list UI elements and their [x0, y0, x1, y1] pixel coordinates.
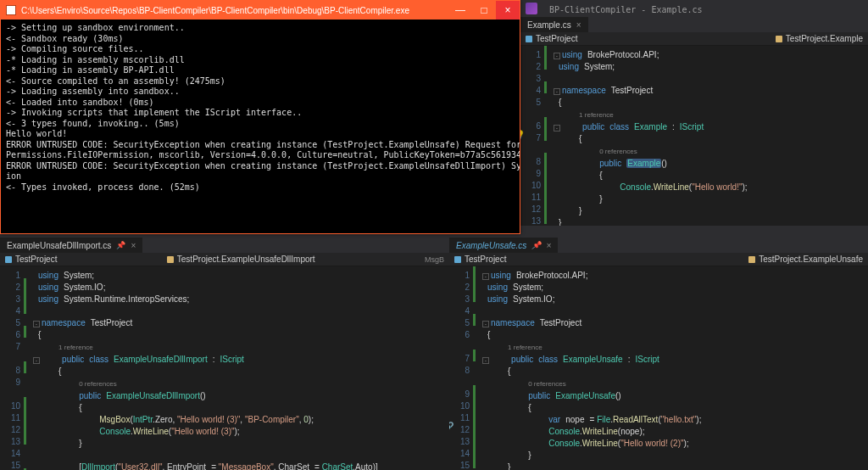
crumb-text: TestProject	[465, 255, 506, 264]
maximize-button[interactable]: □	[472, 1, 496, 20]
close-button[interactable]: ×	[496, 1, 520, 20]
vs-title-text: BP-ClientCompiler - Example.cs	[542, 1, 868, 16]
editor-panel-dllimport: ExampleUnsafeDllImport.cs 📌 × TestProjec…	[0, 238, 449, 470]
breadcrumb-row: TestProject TestProject.Example	[520, 32, 868, 46]
breadcrumb-right[interactable]: TestProject.Example	[776, 34, 863, 43]
class-icon	[776, 36, 782, 42]
console-window: C:\Users\Enviro\Source\Repos\BP-ClientCo…	[0, 0, 520, 234]
tab-row: Example.cs ×	[520, 17, 868, 32]
breadcrumb-right[interactable]: TestProject.ExampleUnsafe	[748, 255, 863, 264]
breadcrumb-right[interactable]: TestProject.ExampleUnsafeDllImport	[167, 255, 315, 264]
tab-row: ExampleUnsafeDllImport.cs 📌 ×	[0, 238, 449, 253]
code-area[interactable]: 1234567891011121314151617181920 using Sy…	[0, 266, 449, 470]
class-icon	[167, 256, 174, 263]
code-text[interactable]: -using BrokeProtocol.API; using System; …	[547, 46, 868, 226]
breadcrumb-left[interactable]: TestProject	[526, 34, 577, 43]
project-icon	[526, 36, 532, 42]
tab-close-icon[interactable]: ×	[546, 241, 551, 250]
crumb-text: TestProject.Example	[786, 34, 863, 43]
crumb-text: TestProject	[536, 34, 577, 43]
editor-panel-unsafe: ExampleUnsafe.cs 📌 × TestProject TestPro…	[449, 238, 868, 470]
code-area[interactable]: 1234567891011121314 -using BrokeProtocol…	[520, 46, 868, 226]
pin-icon[interactable]: 📌	[116, 241, 125, 249]
breadcrumb-left[interactable]: TestProject	[454, 255, 506, 264]
code-text[interactable]: -using BrokeProtocol.API; using System; …	[476, 266, 868, 470]
editor-panel-example: Example.cs × TestProject TestProject.Exa…	[520, 17, 868, 226]
breadcrumb-method[interactable]: MsgB	[425, 255, 444, 264]
code-area[interactable]: 1234567891011121314151617 -using BrokePr…	[449, 266, 868, 470]
console-title-text: C:\Users\Enviro\Source\Repos\BP-ClientCo…	[21, 6, 448, 15]
project-icon	[454, 256, 461, 263]
tab-unsafe[interactable]: ExampleUnsafe.cs 📌 ×	[449, 238, 558, 253]
vs-title-bar: BP-ClientCompiler - Example.cs	[520, 0, 868, 17]
code-text[interactable]: using System; using System.IO; using Sys…	[26, 266, 449, 470]
breadcrumb-row: TestProject TestProject.ExampleUnsafeDll…	[0, 253, 449, 266]
breadcrumb-left[interactable]: TestProject	[5, 255, 57, 264]
class-icon	[748, 256, 755, 263]
console-output[interactable]: -> Setting up sandbox environment.. <- S…	[1, 20, 520, 196]
tab-dllimport[interactable]: ExampleUnsafeDllImport.cs 📌 ×	[0, 238, 142, 253]
vs-icon	[526, 3, 537, 14]
breadcrumb-row: TestProject TestProject.ExampleUnsafe	[449, 253, 868, 266]
crumb-text: TestProject.ExampleUnsafe	[759, 255, 863, 264]
pin-icon[interactable]: 📌	[531, 241, 541, 249]
window-controls: — □ ×	[448, 1, 520, 20]
tab-label: ExampleUnsafeDllImport.cs	[7, 241, 111, 250]
tab-label: Example.cs	[527, 20, 571, 30]
project-icon	[5, 256, 12, 263]
crumb-text: TestProject.ExampleUnsafeDllImport	[177, 255, 315, 264]
console-icon	[6, 5, 16, 15]
tab-example[interactable]: Example.cs ×	[520, 17, 588, 32]
tab-close-icon[interactable]: ×	[131, 241, 136, 250]
tab-label: ExampleUnsafe.cs	[456, 241, 526, 250]
line-gutter: 1234567891011121314151617181920	[0, 266, 24, 470]
console-titlebar[interactable]: C:\Users\Enviro\Source\Repos\BP-ClientCo…	[1, 1, 520, 20]
lightbulb-icon[interactable]	[520, 129, 525, 139]
minimize-button[interactable]: —	[448, 1, 472, 20]
chain-icon[interactable]: 🔗	[449, 421, 453, 431]
line-gutter: 1234567891011121314151617	[449, 266, 473, 470]
tab-close-icon[interactable]: ×	[576, 20, 581, 30]
crumb-text: TestProject	[15, 255, 57, 264]
tab-row: ExampleUnsafe.cs 📌 ×	[449, 238, 868, 253]
